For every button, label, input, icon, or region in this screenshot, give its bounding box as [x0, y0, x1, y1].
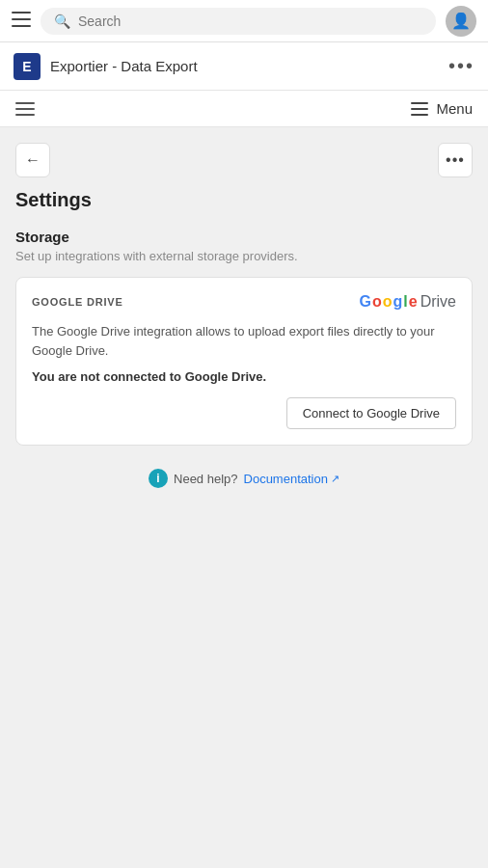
google-g-yellow: o	[383, 293, 393, 311]
hamburger-os-icon[interactable]	[12, 12, 31, 30]
documentation-link-text: Documentation	[244, 472, 328, 486]
documentation-link[interactable]: Documentation ↗	[244, 472, 339, 486]
back-icon: ←	[25, 151, 41, 169]
section-title: Storage	[15, 229, 473, 245]
card-status: You are not connected to Google Drive.	[32, 369, 456, 384]
menu-button[interactable]: Menu	[411, 100, 473, 117]
avatar[interactable]: 👤	[446, 6, 476, 37]
svg-rect-3	[411, 102, 428, 104]
external-link-icon: ↗	[331, 473, 339, 485]
page-nav: ← •••	[15, 143, 473, 177]
help-row: i Need help? Documentation ↗	[15, 469, 473, 488]
page-more-button[interactable]: •••	[438, 143, 473, 177]
svg-rect-1	[12, 18, 31, 20]
info-icon: i	[149, 469, 168, 488]
card-actions: Connect to Google Drive	[32, 397, 456, 429]
app-header: E Exportier - Data Export •••	[0, 42, 488, 91]
google-g-red: o	[372, 293, 382, 311]
google-drive-card: GOOGLE DRIVE Google Drive The Google Dri…	[15, 277, 473, 446]
search-icon: 🔍	[54, 14, 70, 29]
svg-rect-5	[411, 114, 428, 116]
svg-rect-4	[411, 108, 428, 110]
search-bar[interactable]: 🔍	[41, 8, 436, 35]
app-more-button[interactable]: •••	[448, 55, 474, 77]
card-header: GOOGLE DRIVE Google Drive	[32, 293, 456, 311]
google-g-blue: G	[360, 293, 371, 311]
card-description: The Google Drive integration allows to u…	[32, 322, 456, 360]
page-title: Settings	[15, 189, 473, 211]
top-bar: 🔍 👤	[0, 0, 488, 42]
app-title: Exportier - Data Export	[50, 58, 448, 74]
main-content: ← ••• Settings Storage Set up integratio…	[0, 127, 488, 802]
google-g-red2: e	[409, 293, 418, 311]
sub-header: Menu	[0, 91, 488, 127]
sidebar-toggle-button[interactable]	[15, 102, 35, 116]
back-button[interactable]: ←	[15, 143, 50, 177]
google-drive-logo: Google Drive	[360, 293, 457, 311]
app-icon: E	[14, 53, 41, 80]
section-description: Set up integrations with external storag…	[15, 249, 473, 263]
svg-rect-0	[12, 12, 31, 14]
help-text: Need help?	[174, 472, 238, 486]
card-label: GOOGLE DRIVE	[32, 296, 123, 308]
google-g-blue2: g	[393, 293, 403, 311]
more-icon: •••	[446, 151, 465, 169]
avatar-icon: 👤	[451, 12, 471, 30]
search-input[interactable]	[78, 14, 422, 29]
connect-google-drive-button[interactable]: Connect to Google Drive	[286, 397, 456, 429]
google-g-green: l	[403, 293, 407, 311]
menu-label-text: Menu	[436, 100, 473, 117]
drive-text: Drive	[420, 293, 456, 311]
svg-rect-2	[12, 25, 31, 27]
